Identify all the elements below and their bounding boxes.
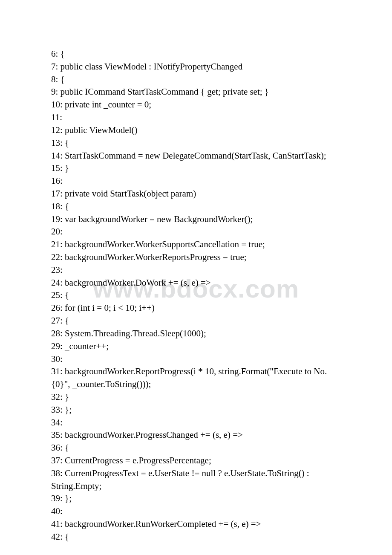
code-line: 12: public ViewModel() — [51, 124, 341, 137]
code-line: 16: — [51, 175, 341, 188]
code-line: 7: public class ViewModel : INotifyPrope… — [51, 61, 341, 73]
code-line: 22: backgroundWorker.WorkerReportsProgre… — [51, 251, 341, 264]
code-line: 35: backgroundWorker.ProgressChanged += … — [51, 429, 341, 442]
code-line: 33: }; — [51, 404, 341, 416]
code-line: 6: { — [51, 48, 341, 61]
code-line: 19: var backgroundWorker = new Backgroun… — [51, 213, 341, 226]
code-line: 30: — [51, 353, 341, 366]
code-line: 23: — [51, 264, 341, 277]
code-line: 24: backgroundWorker.DoWork += (s, e) => — [51, 277, 341, 289]
code-line: 18: { — [51, 200, 341, 213]
code-line: 15: } — [51, 162, 341, 175]
code-line: 38: CurrentProgressText = e.UserState !=… — [51, 467, 341, 493]
code-line: 25: { — [51, 289, 341, 302]
code-line: 17: private void StartTask(object param) — [51, 188, 341, 200]
code-line: 32: } — [51, 391, 341, 404]
code-line: 34: — [51, 416, 341, 429]
code-line: 21: backgroundWorker.WorkerSupportsCance… — [51, 238, 341, 251]
code-line: 14: StartTaskCommand = new DelegateComma… — [51, 150, 341, 162]
code-line: 11: — [51, 111, 341, 124]
code-line: 8: { — [51, 73, 341, 86]
code-line: 9: public ICommand StartTaskCommand { ge… — [51, 86, 341, 98]
code-line: 26: for (int i = 0; i < 10; i++) — [51, 302, 341, 315]
code-line: 28: System.Threading.Thread.Sleep(1000); — [51, 327, 341, 340]
code-line: 20: — [51, 225, 341, 238]
code-line: 42: { — [51, 531, 341, 543]
code-line: 40: — [51, 505, 341, 518]
code-line: 37: CurrentProgress = e.ProgressPercenta… — [51, 454, 341, 467]
code-line: 39: }; — [51, 492, 341, 505]
code-listing: 6: {7: public class ViewModel : INotifyP… — [51, 48, 341, 543]
code-line: 13: { — [51, 137, 341, 150]
code-line: 27: { — [51, 315, 341, 327]
code-line: 41: backgroundWorker.RunWorkerCompleted … — [51, 518, 341, 531]
code-line: 31: backgroundWorker.ReportProgress(i * … — [51, 365, 341, 391]
code-line: 10: private int _counter = 0; — [51, 98, 341, 111]
code-line: 36: { — [51, 442, 341, 454]
code-line: 29: _counter++; — [51, 340, 341, 353]
